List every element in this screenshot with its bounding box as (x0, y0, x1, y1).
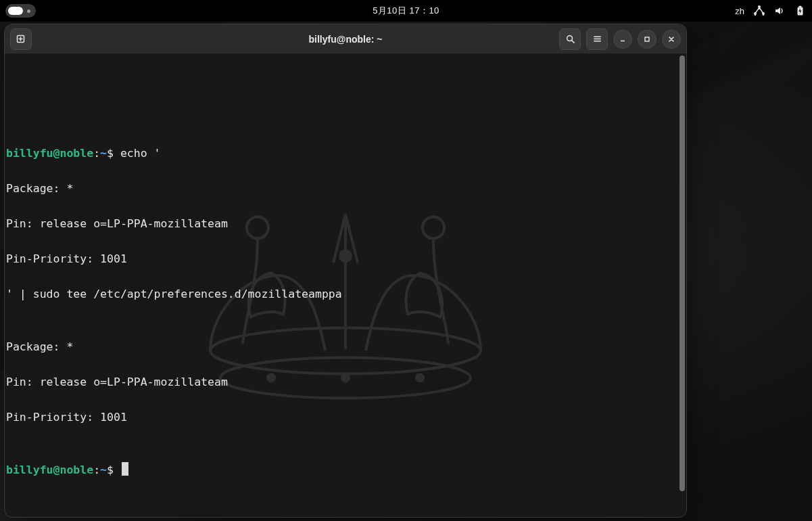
command-text: echo ' (114, 147, 161, 160)
terminal-window: billyfu@noble: ~ (4, 24, 687, 518)
svg-rect-7 (799, 6, 802, 7)
prompt-user-host: billyfu@noble (6, 463, 93, 476)
prompt-path: ~ (100, 147, 107, 160)
terminal-line: billyfu@noble:~$ echo ' (6, 145, 682, 162)
svg-point-4 (754, 12, 757, 15)
terminal-line: Package: * (6, 180, 682, 198)
activities-indicator (8, 7, 23, 15)
terminal-cursor (122, 462, 128, 476)
volume-icon[interactable] (774, 5, 785, 16)
terminal-scrollbar[interactable] (679, 55, 685, 491)
hamburger-menu-button[interactable] (586, 28, 608, 50)
terminal-prompt-line: billyfu@noble:~$ (6, 461, 682, 479)
terminal-output-line: Package: * (6, 338, 682, 356)
network-icon[interactable] (754, 5, 765, 16)
system-tray: zh (735, 5, 805, 16)
terminal-line: ' | sudo tee /etc/apt/preferences.d/mozi… (6, 286, 682, 303)
prompt-path: ~ (100, 463, 107, 476)
minimize-button[interactable] (613, 30, 632, 49)
battery-charging-icon[interactable] (794, 5, 805, 16)
prompt-separator: : (93, 147, 100, 160)
prompt-sigil: $ (107, 147, 114, 160)
window-title: billyfu@noble: ~ (309, 34, 383, 45)
terminal-viewport[interactable]: billyfu@noble:~$ echo ' Package: * Pin: … (5, 54, 686, 517)
prompt-sigil: $ (107, 463, 114, 476)
terminal-output-line: Pin-Priority: 1001 (6, 409, 682, 426)
window-titlebar[interactable]: billyfu@noble: ~ (5, 24, 686, 54)
input-method-indicator[interactable]: zh (735, 6, 744, 16)
ubuntu-noble-crown-watermark (170, 175, 521, 432)
close-button[interactable] (662, 30, 681, 49)
search-button[interactable] (559, 28, 581, 50)
terminal-line: Pin: release o=LP-PPA-mozillateam (6, 215, 682, 233)
workspace-dot (27, 9, 30, 13)
terminal-line: Pin-Priority: 1001 (6, 250, 682, 268)
activities-pill[interactable] (5, 4, 36, 18)
gnome-top-bar: 5月10日 17：10 zh (0, 0, 812, 22)
maximize-button[interactable] (638, 30, 656, 49)
new-tab-button[interactable] (10, 28, 32, 50)
clock[interactable]: 5月10日 17：10 (373, 5, 439, 17)
svg-point-5 (762, 12, 765, 15)
prompt-separator: : (93, 463, 100, 476)
prompt-user-host: billyfu@noble (6, 147, 93, 160)
svg-rect-10 (645, 37, 649, 41)
svg-point-3 (758, 5, 761, 8)
terminal-output-line: Pin: release o=LP-PPA-mozillateam (6, 373, 682, 391)
